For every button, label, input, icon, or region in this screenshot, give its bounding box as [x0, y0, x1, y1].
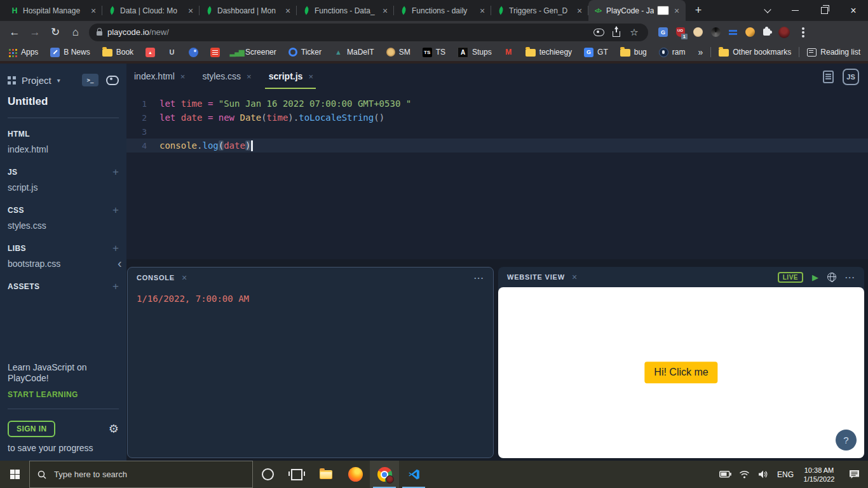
- start-learning-link[interactable]: START LEARNING: [8, 390, 119, 399]
- file-explorer-button[interactable]: [311, 461, 341, 488]
- adblock-extension-icon[interactable]: [676, 27, 685, 37]
- bookmark-item[interactable]: [146, 48, 155, 57]
- bookmark-item[interactable]: [210, 48, 220, 57]
- preview-eye-button[interactable]: [592, 29, 605, 36]
- sidebar-collapse-button[interactable]: ‹: [118, 256, 122, 271]
- cortana-button[interactable]: [253, 461, 282, 488]
- add-file-button[interactable]: +: [112, 169, 119, 175]
- browser-menu-icon[interactable]: [802, 31, 804, 34]
- preview-eye-icon[interactable]: [106, 76, 119, 85]
- back-button[interactable]: ←: [5, 23, 24, 42]
- equals-extension-icon[interactable]: [729, 30, 737, 32]
- translate-extension-icon[interactable]: [658, 27, 668, 37]
- firefox-button[interactable]: [341, 461, 370, 488]
- sign-in-button[interactable]: SIGN IN: [8, 421, 55, 437]
- bookmark-item[interactable]: [504, 48, 513, 57]
- editor-tab[interactable]: index.html ×: [134, 64, 185, 89]
- reading-list-button[interactable]: Reading list: [807, 48, 860, 57]
- share-button[interactable]: [610, 27, 623, 37]
- bookmark-item[interactable]: bug: [620, 48, 647, 57]
- bookmark-item[interactable]: GT: [584, 48, 608, 57]
- chrome-button[interactable]: [370, 461, 399, 488]
- bookmark-item[interactable]: Apps: [8, 48, 38, 57]
- tab-close-icon[interactable]: ×: [672, 6, 681, 16]
- add-file-button[interactable]: +: [112, 283, 119, 290]
- close-button[interactable]: ×: [839, 0, 868, 21]
- tab-close-icon[interactable]: ×: [89, 6, 98, 16]
- console-menu-icon[interactable]: ···: [474, 273, 484, 283]
- file-item[interactable]: script.js: [8, 182, 119, 193]
- vscode-button[interactable]: [399, 461, 428, 488]
- other-bookmarks-button[interactable]: Other bookmarks: [719, 48, 791, 57]
- browser-tab[interactable]: Functions - daily ×: [394, 0, 491, 21]
- browser-tab[interactable]: PlayCode - Ja ×: [588, 0, 686, 21]
- lock-icon[interactable]: [97, 31, 102, 36]
- file-item[interactable]: bootstrap.css: [8, 259, 119, 269]
- bookmark-item[interactable]: SM: [386, 48, 410, 57]
- preview-click-me-button[interactable]: Hi! Click me: [644, 362, 717, 383]
- tab-close-icon[interactable]: ×: [478, 6, 487, 16]
- help-button[interactable]: ?: [836, 430, 857, 451]
- tab-search-button[interactable]: [755, 0, 780, 21]
- open-in-browser-globe-icon[interactable]: [827, 273, 836, 281]
- bookmark-item[interactable]: techieegy: [526, 48, 572, 57]
- profile-avatar[interactable]: [778, 27, 790, 38]
- home-button[interactable]: ⌂: [66, 23, 85, 42]
- bookmark-item[interactable]: [189, 48, 198, 57]
- avatar-extension-icon[interactable]: [693, 27, 703, 37]
- forward-button[interactable]: →: [25, 23, 44, 42]
- live-badge[interactable]: LIVE: [778, 272, 803, 283]
- language-indicator[interactable]: ENG: [773, 470, 798, 479]
- tab-close-icon[interactable]: ×: [381, 6, 390, 16]
- js-settings-badge[interactable]: JS: [843, 69, 859, 85]
- clock[interactable]: 10:38 AM 1/15/2022: [798, 466, 840, 484]
- editor-tab[interactable]: script.js ×: [269, 64, 313, 89]
- add-file-button[interactable]: +: [112, 207, 119, 214]
- bookmark-star-button[interactable]: ☆: [628, 27, 641, 38]
- dark-circle-extension-icon[interactable]: [711, 27, 721, 37]
- tab-close-icon[interactable]: ×: [186, 6, 195, 16]
- bookmark-item[interactable]: Book: [102, 48, 133, 57]
- tab-close-icon[interactable]: ×: [283, 6, 292, 16]
- code-area[interactable]: 1 let time = "Sun Jan 16 2022 07:00:00 G…: [126, 89, 868, 152]
- bookmark-item[interactable]: Stups: [458, 47, 492, 58]
- minimize-button[interactable]: [780, 0, 810, 21]
- bookmarks-overflow-button[interactable]: »: [698, 47, 703, 57]
- terminal-button[interactable]: >_: [82, 74, 98, 86]
- battery-icon[interactable]: [715, 471, 735, 478]
- apps-grid-icon[interactable]: [8, 76, 16, 85]
- add-file-button[interactable]: +: [112, 245, 119, 252]
- bookmark-item[interactable]: Ticker: [288, 48, 322, 57]
- restore-button[interactable]: [810, 0, 839, 21]
- browser-tab[interactable]: Data | Cloud: Mo ×: [102, 0, 200, 21]
- taskbar-search[interactable]: [29, 461, 253, 488]
- editor-tab-close-icon[interactable]: ×: [180, 72, 186, 81]
- taskbar-search-input[interactable]: [53, 469, 220, 480]
- editor-tab[interactable]: styles.css ×: [202, 64, 251, 89]
- url-text[interactable]: playcode.io/new/: [107, 27, 169, 37]
- action-center-button[interactable]: [840, 470, 868, 479]
- website-view-menu-icon[interactable]: ···: [845, 273, 855, 282]
- start-button[interactable]: [0, 461, 29, 488]
- bookmark-item[interactable]: [167, 48, 177, 57]
- console-close-icon[interactable]: ×: [182, 273, 187, 283]
- reload-button[interactable]: ↻: [46, 23, 65, 42]
- website-view-close-icon[interactable]: ×: [572, 272, 577, 282]
- orange-extension-icon[interactable]: [745, 27, 755, 37]
- browser-tab[interactable]: Functions - Data_ ×: [297, 0, 394, 21]
- editor-tab-close-icon[interactable]: ×: [247, 72, 252, 81]
- bookmark-item[interactable]: Screener: [232, 48, 276, 57]
- editor-tab-close-icon[interactable]: ×: [308, 72, 313, 81]
- browser-tab[interactable]: Hospital Manage ×: [5, 0, 102, 21]
- bookmark-item[interactable]: ram: [659, 48, 686, 57]
- browser-tab[interactable]: Triggers - Gen_D ×: [491, 0, 588, 21]
- new-tab-button[interactable]: +: [689, 1, 707, 19]
- tab-close-icon[interactable]: ×: [575, 6, 584, 16]
- format-document-icon[interactable]: [823, 71, 834, 83]
- file-item[interactable]: styles.css: [8, 220, 119, 231]
- extensions-puzzle-icon[interactable]: [763, 29, 770, 36]
- task-view-button[interactable]: [282, 461, 311, 488]
- wifi-icon[interactable]: [735, 470, 754, 478]
- bookmark-item[interactable]: MaDeIT: [334, 48, 374, 57]
- bookmark-item[interactable]: B News: [50, 48, 90, 57]
